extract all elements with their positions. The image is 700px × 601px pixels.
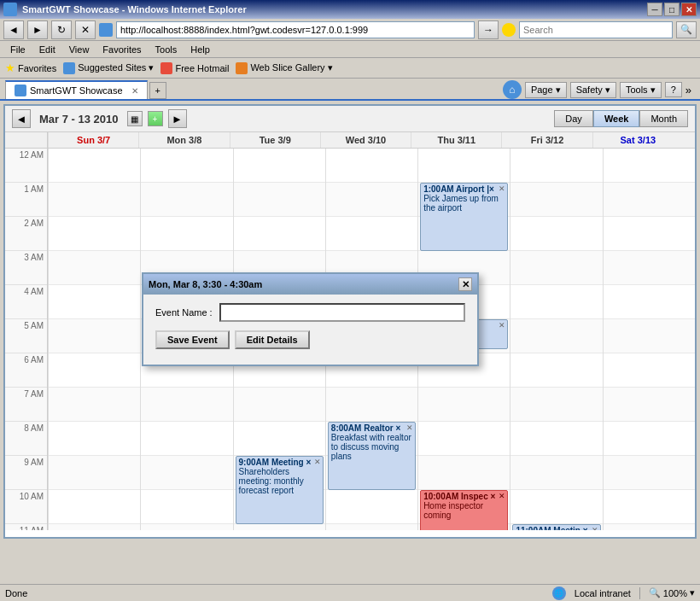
menu-tools[interactable]: Tools bbox=[149, 43, 184, 56]
new-tab-button[interactable]: + bbox=[149, 82, 166, 99]
cell-sun-0[interactable] bbox=[49, 149, 140, 183]
cal-month-picker[interactable]: ▦ bbox=[127, 111, 143, 126]
cell-sun-6[interactable] bbox=[49, 353, 140, 388]
cell-sun-2[interactable] bbox=[49, 217, 140, 251]
cell-tue-7[interactable] bbox=[234, 388, 325, 422]
event-9am-meeting[interactable]: ✕ 9:00AM Meeting × Shareholders meeting:… bbox=[236, 456, 324, 524]
cell-sat-2[interactable] bbox=[604, 217, 695, 251]
cell-sat-10[interactable] bbox=[604, 490, 695, 524]
event-fri-meeting-close[interactable]: ✕ bbox=[592, 526, 598, 530]
safety-button[interactable]: Safety ▾ bbox=[570, 82, 616, 98]
event-10am-inspector[interactable]: ✕ 10:00AM Inspec × Home inspector coming bbox=[420, 490, 508, 530]
cell-thu-7[interactable] bbox=[418, 388, 510, 422]
event-1am-airport[interactable]: ✕ 1:00AM Airport |× Pick James up from t… bbox=[420, 183, 508, 251]
cell-mon-10[interactable] bbox=[141, 490, 232, 524]
cell-fri-6[interactable] bbox=[510, 353, 602, 388]
cell-wed-0[interactable] bbox=[326, 149, 417, 183]
cell-sun-5[interactable] bbox=[49, 319, 140, 353]
refresh-button[interactable]: ↻ bbox=[51, 20, 72, 39]
event-inspector-close[interactable]: ✕ bbox=[499, 492, 505, 500]
suggested-sites-button[interactable]: Suggested Sites ▾ bbox=[63, 62, 154, 74]
cell-sun-4[interactable] bbox=[49, 285, 140, 319]
save-event-button[interactable]: Save Event bbox=[155, 330, 230, 349]
event-8am-realtor[interactable]: ✕ 8:00AM Realtor × Breakfast with realto… bbox=[328, 422, 416, 490]
cell-tue-11[interactable] bbox=[234, 524, 325, 530]
cal-next-button[interactable]: ► bbox=[168, 109, 187, 128]
stop-button[interactable]: ✕ bbox=[75, 20, 96, 39]
cal-add-button[interactable]: + bbox=[148, 111, 163, 126]
cell-sat-0[interactable] bbox=[604, 149, 695, 183]
go-button[interactable]: → bbox=[478, 20, 499, 39]
cell-tue-8[interactable] bbox=[234, 422, 325, 456]
help-button[interactable]: ? bbox=[665, 82, 682, 97]
webslice-button[interactable]: Web Slice Gallery ▾ bbox=[236, 62, 332, 74]
cell-sun-10[interactable] bbox=[49, 490, 140, 524]
cell-mon-9[interactable] bbox=[141, 456, 232, 490]
cell-sun-11[interactable] bbox=[49, 524, 140, 530]
main-tab[interactable]: SmartGWT Showcase ✕ bbox=[5, 80, 148, 99]
hotmail-button[interactable]: Free Hotmail bbox=[160, 62, 229, 74]
cell-fri-5[interactable] bbox=[510, 319, 602, 353]
menu-edit[interactable]: Edit bbox=[32, 43, 62, 56]
cal-prev-button[interactable]: ◄ bbox=[12, 109, 31, 128]
cell-sun-9[interactable] bbox=[49, 456, 140, 490]
cell-thu-9[interactable] bbox=[418, 456, 510, 490]
menu-view[interactable]: View bbox=[62, 43, 96, 56]
cell-sun-3[interactable] bbox=[49, 251, 140, 285]
cell-sat-4[interactable] bbox=[604, 285, 695, 319]
dialog-close-button[interactable]: ✕ bbox=[458, 277, 472, 291]
cell-sat-5[interactable] bbox=[604, 319, 695, 353]
cell-mon-7[interactable] bbox=[141, 388, 232, 422]
cell-thu-0[interactable] bbox=[418, 149, 510, 183]
cell-sat-6[interactable] bbox=[604, 353, 695, 388]
minimize-button[interactable]: ─ bbox=[647, 3, 662, 16]
view-day-button[interactable]: Day bbox=[554, 110, 593, 127]
cell-sat-9[interactable] bbox=[604, 456, 695, 490]
cell-wed-7[interactable] bbox=[326, 388, 417, 422]
day-col-sat[interactable] bbox=[603, 149, 695, 530]
cell-mon-1[interactable] bbox=[141, 183, 232, 217]
search-input[interactable] bbox=[519, 21, 673, 38]
cell-wed-11[interactable] bbox=[326, 524, 417, 530]
cell-sat-8[interactable] bbox=[604, 422, 695, 456]
day-col-fri[interactable]: ✕ 11:00AM Meetin × bbox=[510, 149, 602, 530]
day-col-sun[interactable] bbox=[48, 149, 140, 530]
search-go-button[interactable]: 🔍 bbox=[676, 21, 697, 38]
cell-sun-8[interactable] bbox=[49, 422, 140, 456]
cell-wed-2[interactable] bbox=[326, 217, 417, 251]
cell-sun-1[interactable] bbox=[49, 183, 140, 217]
back-button[interactable]: ◄ bbox=[3, 20, 24, 39]
menu-favorites[interactable]: Favorites bbox=[96, 43, 148, 56]
cell-fri-7[interactable] bbox=[510, 388, 602, 422]
edit-details-button[interactable]: Edit Details bbox=[235, 330, 310, 349]
address-input[interactable] bbox=[116, 21, 475, 38]
cell-fri-1[interactable] bbox=[510, 183, 602, 217]
cell-mon-0[interactable] bbox=[141, 149, 232, 183]
forward-button[interactable]: ► bbox=[27, 20, 48, 39]
event-11am-meeting[interactable]: ✕ 11:00AM Meetin × bbox=[512, 524, 600, 530]
tools-button[interactable]: Tools ▾ bbox=[620, 82, 662, 98]
cell-wed-10[interactable] bbox=[326, 490, 417, 524]
event-airport-close[interactable]: ✕ bbox=[499, 184, 505, 193]
cell-tue-1[interactable] bbox=[234, 183, 325, 217]
cell-fri-4[interactable] bbox=[510, 285, 602, 319]
cell-mon-2[interactable] bbox=[141, 217, 232, 251]
cell-fri-2[interactable] bbox=[510, 217, 602, 251]
cell-fri-9[interactable] bbox=[510, 456, 602, 490]
cell-sat-3[interactable] bbox=[604, 251, 695, 285]
cell-tue-9[interactable]: ✕ 9:00AM Meeting × Shareholders meeting:… bbox=[234, 456, 325, 490]
tab-close[interactable]: ✕ bbox=[131, 86, 138, 96]
menu-help[interactable]: Help bbox=[184, 43, 217, 56]
event-name-input[interactable] bbox=[219, 303, 465, 322]
cell-fri-8[interactable] bbox=[510, 422, 602, 456]
close-button[interactable]: ✕ bbox=[681, 3, 697, 16]
view-month-button[interactable]: Month bbox=[639, 110, 688, 127]
expand-icon[interactable]: » bbox=[685, 84, 691, 96]
cell-fri-3[interactable] bbox=[510, 251, 602, 285]
view-week-button[interactable]: Week bbox=[593, 110, 640, 127]
event-realtor-close[interactable]: ✕ bbox=[406, 423, 413, 432]
event-ep-close[interactable]: ✕ bbox=[499, 321, 505, 330]
maximize-button[interactable]: □ bbox=[664, 3, 680, 16]
home-icon[interactable]: ⌂ bbox=[503, 80, 522, 99]
cell-tue-2[interactable] bbox=[234, 217, 325, 251]
